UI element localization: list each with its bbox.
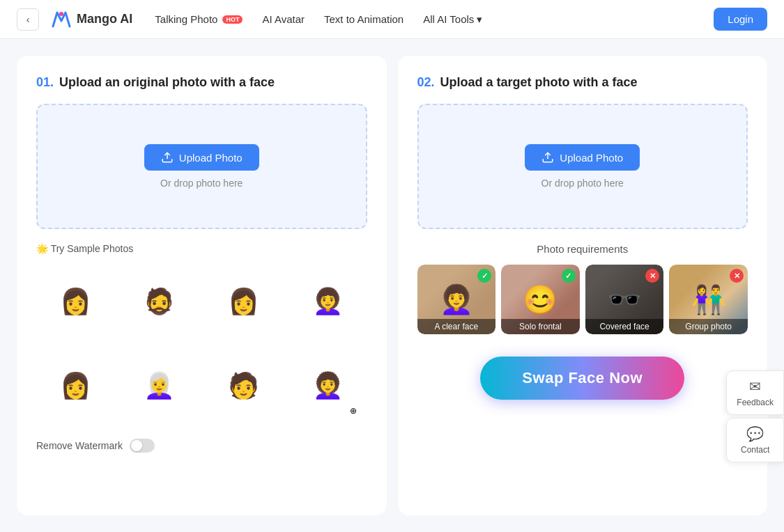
toggle-thumb xyxy=(131,440,142,451)
drop-text-left: Or drop photo here xyxy=(160,178,243,189)
upload-icon-right xyxy=(541,151,554,164)
header: ‹ Mango AI Talking Photo HOT AI Avatar T… xyxy=(0,0,784,39)
logo-text: Mango AI xyxy=(77,12,132,26)
step-1-text: Upload an original photo with a face xyxy=(59,75,275,90)
req-solo-frontal-badge: ✓ xyxy=(562,269,576,283)
req-clear-face[interactable]: 👩‍🦱 ✓ A clear face xyxy=(417,265,496,334)
logo-icon xyxy=(50,8,72,31)
req-group-photo-label: Group photo xyxy=(669,319,748,334)
sample-photo-3[interactable]: 👩 xyxy=(204,263,283,341)
sample-photo-2[interactable]: 🧔 xyxy=(121,263,199,341)
main-content: 01. Upload an original photo with a face… xyxy=(0,39,784,532)
sample-photo-1[interactable]: 👩 xyxy=(36,263,115,341)
photo-requirements-title: Photo requirements xyxy=(417,243,748,255)
float-sidebar: ✉ Feedback 💬 Contact xyxy=(726,370,784,462)
nav-ai-avatar[interactable]: AI Avatar xyxy=(262,13,305,25)
panel-right: 02. Upload a target photo with a face Up… xyxy=(398,56,768,515)
watermark-row: Remove Watermark xyxy=(36,439,367,453)
nav-text-animation[interactable]: Text to Animation xyxy=(324,13,403,25)
sample-photo-4[interactable]: 👩‍🦱 xyxy=(289,263,367,341)
svg-point-0 xyxy=(59,12,63,16)
contact-label: Contact xyxy=(741,445,769,455)
login-button[interactable]: Login xyxy=(714,8,767,31)
feedback-button[interactable]: ✉ Feedback xyxy=(726,370,784,415)
requirements-grid: 👩‍🦱 ✓ A clear face 😊 ✓ Solo frontal 🕶️ ✕… xyxy=(417,265,748,334)
watermark-toggle[interactable] xyxy=(130,439,155,453)
upload-area-right[interactable]: Upload Photo Or drop photo here xyxy=(417,104,748,229)
upload-photo-button-left[interactable]: Upload Photo xyxy=(144,144,259,171)
sample-photos-label: 🌟 Try Sample Photos xyxy=(36,243,367,254)
step-1-num: 01. xyxy=(36,75,54,90)
sample-photo-8[interactable]: 👩‍🦱 ⊕ xyxy=(289,347,367,425)
sample-photo-6[interactable]: 👩‍🦳 xyxy=(121,347,199,425)
step-2-title: 02. Upload a target photo with a face xyxy=(417,75,748,90)
carousel-next-button[interactable]: ⊕ xyxy=(344,401,363,421)
back-button[interactable]: ‹ xyxy=(17,8,39,31)
swap-row: Swap Face Now xyxy=(417,357,748,400)
contact-button[interactable]: 💬 Contact xyxy=(726,418,784,462)
logo: Mango AI xyxy=(50,8,132,31)
req-group-photo[interactable]: 👫 ✕ Group photo xyxy=(669,265,748,334)
nav-all-tools[interactable]: All AI Tools ▾ xyxy=(423,13,482,26)
sample-photo-7[interactable]: 🧑 xyxy=(204,347,283,425)
sample-photo-5[interactable]: 👩 xyxy=(36,347,115,425)
step-1-title: 01. Upload an original photo with a face xyxy=(36,75,367,90)
req-clear-face-label: A clear face xyxy=(417,319,496,334)
step-2-num: 02. xyxy=(417,75,435,90)
req-covered-face-label: Covered face xyxy=(585,319,664,334)
swap-face-button[interactable]: Swap Face Now xyxy=(480,357,684,400)
main-nav: Talking Photo HOT AI Avatar Text to Anim… xyxy=(155,13,714,26)
upload-area-left[interactable]: Upload Photo Or drop photo here xyxy=(36,104,367,229)
watermark-label: Remove Watermark xyxy=(36,440,123,451)
feedback-label: Feedback xyxy=(737,398,774,407)
req-clear-face-badge: ✓ xyxy=(477,269,491,283)
hot-badge: HOT xyxy=(222,15,243,24)
drop-text-right: Or drop photo here xyxy=(541,178,624,189)
sample-photos-grid: 👩 🧔 👩 👩‍🦱 👩 👩‍🦳 🧑 👩‍🦱 ⊕ xyxy=(36,263,367,425)
req-covered-face[interactable]: 🕶️ ✕ Covered face xyxy=(585,265,664,334)
req-solo-frontal-label: Solo frontal xyxy=(501,319,580,334)
req-solo-frontal[interactable]: 😊 ✓ Solo frontal xyxy=(501,265,580,334)
upload-icon-left xyxy=(161,151,174,164)
feedback-icon: ✉ xyxy=(749,378,761,395)
contact-icon: 💬 xyxy=(746,425,764,442)
nav-talking-photo[interactable]: Talking Photo HOT xyxy=(155,13,243,25)
req-group-photo-badge: ✕ xyxy=(730,269,744,283)
step-2-text: Upload a target photo with a face xyxy=(440,75,638,90)
upload-photo-button-right[interactable]: Upload Photo xyxy=(525,144,640,171)
panel-left: 01. Upload an original photo with a face… xyxy=(17,56,387,515)
